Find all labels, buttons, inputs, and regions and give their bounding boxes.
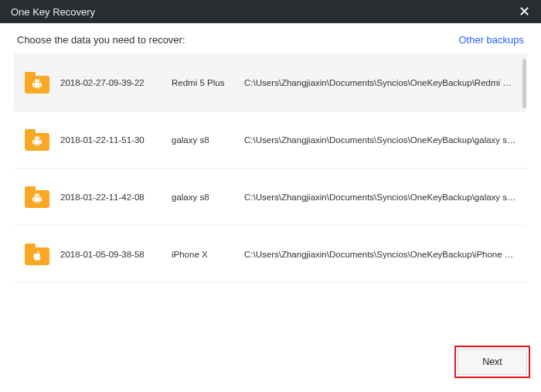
folder-apple-icon	[25, 244, 49, 265]
backup-list-container: 2018-02-27-09-39-22 Redmi 5 Plus C:\User…	[14, 53, 527, 283]
footer: Next	[458, 349, 527, 375]
backup-path: C:\Users\Zhangjiaxin\Documents\Syncios\O…	[244, 193, 516, 202]
backup-row[interactable]: 2018-02-27-09-39-22 Redmi 5 Plus C:\User…	[14, 54, 527, 111]
backup-device: galaxy s8	[172, 135, 233, 145]
backup-list: 2018-02-27-09-39-22 Redmi 5 Plus C:\User…	[14, 54, 527, 283]
close-icon[interactable]: ✕	[515, 3, 533, 20]
other-backups-link[interactable]: Other backups	[458, 34, 524, 46]
scrollbar-thumb[interactable]	[522, 59, 526, 108]
backup-path: C:\Users\Zhangjiaxin\Documents\Syncios\O…	[244, 78, 516, 87]
backup-timestamp: 2018-02-27-09-39-22	[60, 78, 161, 87]
window-title: One Key Recovery	[11, 6, 95, 18]
next-button[interactable]: Next	[458, 349, 527, 375]
backup-device: iPhone X	[172, 250, 233, 259]
backup-timestamp: 2018-01-05-09-38-58	[60, 250, 161, 259]
prompt-text: Choose the data you need to recover:	[17, 34, 185, 46]
titlebar: One Key Recovery ✕	[0, 0, 541, 23]
backup-device: galaxy s8	[172, 193, 233, 202]
folder-android-icon	[25, 72, 49, 94]
backup-device: Redmi 5 Plus	[172, 78, 233, 87]
backup-path: C:\Users\Zhangjiaxin\Documents\Syncios\O…	[244, 135, 516, 145]
subheader: Choose the data you need to recover: Oth…	[0, 23, 541, 53]
backup-timestamp: 2018-01-22-11-42-08	[60, 193, 161, 202]
backup-path: C:\Users\Zhangjiaxin\Documents\Syncios\O…	[244, 250, 516, 259]
backup-row[interactable]: 2018-01-22-11-51-30 galaxy s8 C:\Users\Z…	[14, 111, 527, 169]
folder-android-icon	[25, 186, 49, 208]
backup-timestamp: 2018-01-22-11-51-30	[60, 135, 161, 145]
folder-android-icon	[25, 129, 49, 151]
backup-row[interactable]: 2018-01-22-11-42-08 galaxy s8 C:\Users\Z…	[14, 169, 527, 226]
backup-row[interactable]: 2018-01-05-09-38-58 iPhone X C:\Users\Zh…	[14, 226, 527, 283]
